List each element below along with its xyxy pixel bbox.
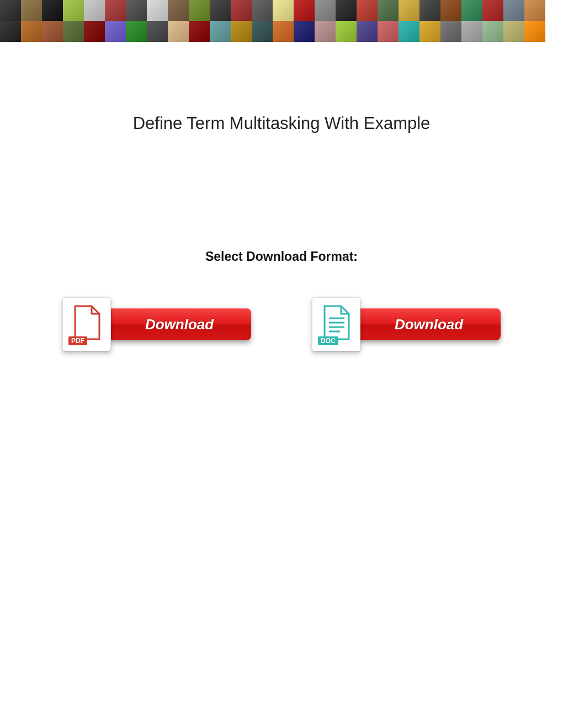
banner-tile <box>461 0 482 21</box>
download-buttons-row: PDF Download DOC Download <box>0 297 563 351</box>
format-area: Select Download Format: <box>0 249 563 264</box>
banner-tile <box>42 0 63 21</box>
banner-tile <box>189 0 210 21</box>
banner-tile <box>524 21 545 42</box>
banner-tile <box>336 21 357 42</box>
banner-tile <box>399 21 419 42</box>
download-doc-label: Download <box>395 316 463 333</box>
banner-tile <box>168 21 189 42</box>
banner-tile <box>273 21 294 42</box>
media-banner <box>0 0 563 42</box>
download-doc-button[interactable]: Download <box>357 308 501 340</box>
banner-tile <box>315 21 336 42</box>
banner-tile <box>84 21 105 42</box>
banner-tile <box>189 21 210 42</box>
banner-tile <box>440 0 461 21</box>
banner-tile <box>419 21 440 42</box>
banner-tile <box>105 21 126 42</box>
select-format-label: Select Download Format: <box>0 249 563 264</box>
banner-tile <box>357 0 378 21</box>
banner-tile <box>482 21 503 42</box>
banner-tile <box>482 0 503 21</box>
banner-tile <box>231 21 252 42</box>
banner-tile <box>84 0 105 21</box>
banner-tile <box>378 0 399 21</box>
banner-tile <box>252 21 273 42</box>
banner-tile <box>105 0 126 21</box>
banner-tile <box>294 21 315 42</box>
banner-tile <box>231 0 252 21</box>
doc-icon-card: DOC <box>312 297 360 351</box>
download-pdf-label: Download <box>145 316 214 333</box>
banner-tile <box>147 0 168 21</box>
banner-tile <box>126 0 147 21</box>
banner-tile <box>210 21 231 42</box>
banner-tile <box>315 0 336 21</box>
banner-tile <box>0 21 21 42</box>
banner-tile <box>524 0 545 21</box>
download-pdf-button[interactable]: Download <box>108 308 251 340</box>
banner-tile <box>126 21 147 42</box>
download-pdf-group: PDF Download <box>62 297 251 351</box>
banner-tile <box>147 21 168 42</box>
banner-tile <box>21 21 42 42</box>
banner-tile <box>168 0 189 21</box>
banner-tile <box>252 0 273 21</box>
pdf-icon-card: PDF <box>62 297 111 351</box>
banner-tile <box>210 0 231 21</box>
title-area: Define Term Multitasking With Example <box>0 114 563 133</box>
banner-tile <box>440 21 461 42</box>
banner-tile <box>399 0 419 21</box>
banner-tile <box>0 0 21 21</box>
banner-tile <box>461 21 482 42</box>
banner-tile <box>336 0 357 21</box>
banner-tile <box>357 21 378 42</box>
download-doc-group: DOC Download <box>312 297 501 351</box>
pdf-badge: PDF <box>68 336 87 345</box>
page-title: Define Term Multitasking With Example <box>0 114 563 133</box>
banner-tile <box>503 0 524 21</box>
banner-tile <box>294 0 315 21</box>
banner-tile <box>21 0 42 21</box>
banner-tile <box>273 0 294 21</box>
doc-badge: DOC <box>318 336 338 345</box>
banner-tile <box>378 21 399 42</box>
banner-tile <box>63 0 84 21</box>
banner-tile <box>63 21 84 42</box>
banner-tile <box>419 0 440 21</box>
banner-tile <box>42 21 63 42</box>
banner-tile <box>503 21 524 42</box>
